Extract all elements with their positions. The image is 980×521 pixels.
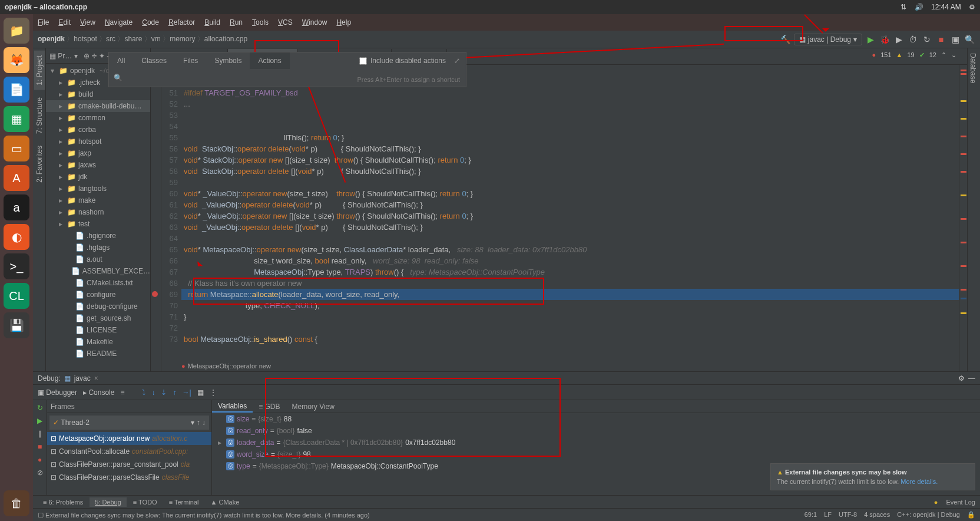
code-editor[interactable]: 4950515253545556575859606162636465666768…	[151, 65, 967, 371]
console-tab[interactable]: ▸ Console	[83, 388, 114, 397]
run-icon[interactable]: ▶	[865, 34, 876, 45]
firefox-icon[interactable]: 🦊	[4, 47, 29, 73]
tool-window-button[interactable]: 5: Debug	[90, 497, 127, 507]
tree-item[interactable]: 📄.hgtags	[46, 242, 150, 253]
tree-item[interactable]: 📄debug-configure	[46, 301, 150, 312]
disk-icon[interactable]: 💾	[4, 312, 29, 338]
more-icon[interactable]: ⋮	[210, 388, 217, 397]
impress-icon[interactable]: ▭	[4, 136, 29, 161]
tree-item[interactable]: ▸📁make	[46, 194, 150, 206]
tool-window-button[interactable]: ▲ CMake	[206, 497, 245, 507]
clock[interactable]: 12:44 AM	[931, 3, 961, 11]
tree-item[interactable]: ▸📁build	[46, 88, 150, 100]
database-tab[interactable]: Database	[968, 48, 978, 88]
variable-row[interactable]: ⓥ size = {size_t} 88	[212, 413, 980, 425]
terminal-icon[interactable]: >_	[4, 253, 29, 279]
chevron-down-icon[interactable]: ⌄	[951, 51, 956, 59]
amazon-icon[interactable]: a	[4, 194, 29, 220]
menu-navigate[interactable]: Navigate	[105, 18, 133, 27]
tool-window-button[interactable]: ≡ Terminal	[164, 497, 204, 507]
menu-build[interactable]: Build	[204, 18, 220, 27]
breadcrumb-segment[interactable]: allocation.cpp	[204, 35, 247, 43]
stack-frame[interactable]: ⊡MetaspaceObj::operator new allocation.c	[47, 432, 211, 445]
inspection-summary[interactable]: ●151 ▲19 ✔12 ⌃ ⌄	[872, 48, 956, 61]
debug-icon[interactable]: 🐞	[879, 34, 890, 45]
popup-tab-all[interactable]: All	[109, 52, 133, 69]
variable-row[interactable]: ⓥ word_size = {size_t} 98	[212, 449, 980, 460]
tree-item[interactable]: ▸📁jaxws	[46, 159, 150, 171]
breadcrumb-segment[interactable]: share	[124, 35, 142, 43]
event-log-icon[interactable]: ●	[934, 499, 938, 506]
breadcrumb-segment[interactable]: vm	[151, 35, 161, 43]
debugger-tab[interactable]: ▣ Debugger	[38, 388, 77, 397]
coverage-icon[interactable]: ▶	[893, 34, 905, 45]
notification[interactable]: ▲ External file changes sync may be slow…	[770, 463, 975, 490]
minimize-icon[interactable]: —	[968, 374, 975, 382]
error-stripe[interactable]	[959, 65, 967, 371]
tree-item[interactable]: ▸📁corba	[46, 124, 150, 136]
breadcrumb-segment[interactable]: hotspot	[74, 35, 97, 43]
stop-icon[interactable]: ■	[935, 34, 947, 45]
software-icon[interactable]: A	[4, 165, 29, 191]
status-segment[interactable]: LF	[824, 511, 832, 519]
lock-icon[interactable]: 🔒	[967, 511, 975, 519]
status-segment[interactable]: 4 spaces	[864, 511, 890, 519]
network-icon[interactable]: ⇅	[900, 3, 906, 11]
tree-item[interactable]: 📄README	[46, 348, 150, 360]
thread-selector[interactable]: ✓ Thread-2 ▾ ↑ ↓	[49, 416, 209, 430]
menu-help[interactable]: Help	[336, 18, 351, 27]
popup-tab-symbols[interactable]: Symbols	[206, 52, 250, 69]
tree-item[interactable]: ▸📁jaxp	[46, 147, 150, 159]
structure-tab[interactable]: 7: Structure	[34, 93, 45, 139]
tree-item[interactable]: 📄configure	[46, 289, 150, 301]
menu-tools[interactable]: Tools	[252, 18, 269, 27]
resume-icon[interactable]: ▶	[37, 417, 42, 425]
status-segment[interactable]: UTF-8	[839, 511, 857, 519]
volume-icon[interactable]: 🔊	[915, 3, 923, 11]
mute-breakpoints-icon[interactable]: ⊘	[37, 469, 43, 477]
profile-icon[interactable]: ⏱	[907, 34, 919, 45]
threads-icon[interactable]: ≡	[120, 388, 124, 397]
menu-code[interactable]: Code	[142, 18, 159, 27]
clion-icon[interactable]: CL	[4, 283, 29, 309]
stack-frame[interactable]: ⊡ConstantPool::allocate constantPool.cpp…	[47, 445, 211, 458]
search-icon[interactable]: 🔍	[964, 34, 975, 45]
build-icon[interactable]: 🔨	[780, 34, 792, 45]
tool-window-button[interactable]: ≡ TODO	[128, 497, 163, 507]
menu-refactor[interactable]: Refactor	[168, 18, 195, 27]
attach-icon[interactable]: ↻	[921, 34, 933, 45]
tree-item[interactable]: ▸📁hotspot	[46, 136, 150, 147]
tree-item[interactable]: 📄Makefile	[46, 336, 150, 348]
tree-item[interactable]: ▸📁common	[46, 112, 150, 124]
project-tree[interactable]: ▾📁openjdk~/openjdk▸📁.jcheck▸📁build▸📁cmak…	[46, 64, 150, 371]
close-icon[interactable]: ×	[94, 374, 98, 382]
vars-tab-variables[interactable]: Variables	[212, 400, 253, 413]
tree-item[interactable]: 📄.hgignore	[46, 230, 150, 242]
breadcrumb-segment[interactable]: openjdk	[38, 35, 65, 43]
calc-icon[interactable]: ▦	[4, 106, 29, 132]
gear-icon[interactable]: ⚙	[969, 3, 975, 11]
tree-item[interactable]: ▸📁cmake-build-debu…	[46, 100, 150, 112]
tree-item[interactable]: 📄a.out	[46, 253, 150, 265]
vars-tab-memory-view[interactable]: Memory View	[286, 400, 340, 413]
force-step-icon[interactable]: ⇣	[161, 388, 167, 397]
project-tab[interactable]: 1: Project	[34, 51, 45, 90]
stack-frame[interactable]: ⊡ClassFileParser::parseClassFile classFi…	[47, 471, 211, 484]
step-into-icon[interactable]: ↓	[151, 388, 155, 397]
rerun-icon[interactable]: ↻	[37, 404, 43, 412]
event-log[interactable]: Event Log	[946, 499, 975, 506]
pause-icon[interactable]: ∥	[38, 430, 42, 438]
menu-run[interactable]: Run	[230, 18, 243, 27]
status-segment[interactable]: 69:1	[804, 511, 817, 519]
tree-item[interactable]: 📄get_source.sh	[46, 312, 150, 324]
search-everywhere-popup[interactable]: AllClassesFilesSymbolsActions Include di…	[108, 52, 466, 87]
menu-vcs[interactable]: VCS	[278, 18, 293, 27]
menu-window[interactable]: Window	[302, 18, 327, 27]
breadcrumb-segment[interactable]: memory	[170, 35, 195, 43]
tool-window-button[interactable]: ≡ 6: Problems	[38, 497, 88, 507]
files-icon[interactable]: 📁	[4, 18, 29, 44]
variable-row[interactable]: ▸ⓥ loader_data = {ClassLoaderData * | 0x…	[212, 437, 980, 449]
evaluate-icon[interactable]: ▦	[197, 388, 204, 397]
ubuntu-icon[interactable]: ◐	[4, 224, 29, 250]
tree-item[interactable]: ▸📁jdk	[46, 171, 150, 183]
